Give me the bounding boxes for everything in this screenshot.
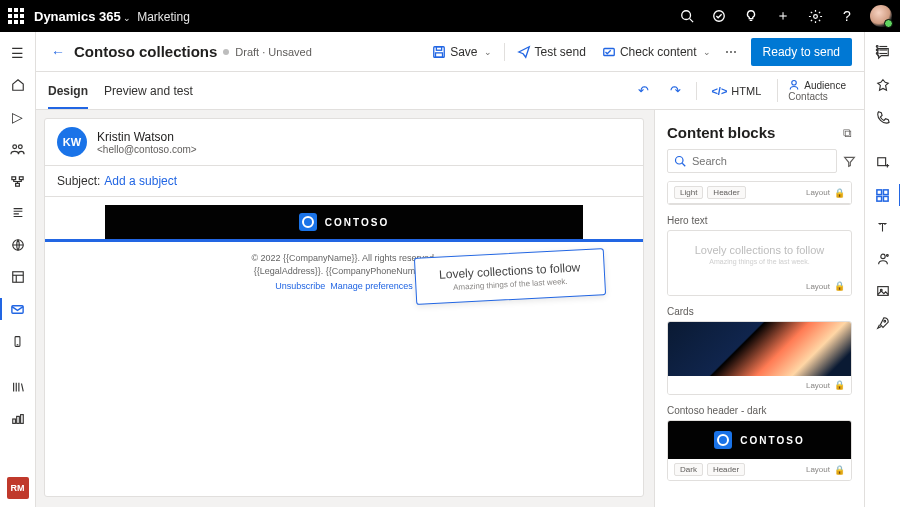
- svg-rect-21: [12, 419, 15, 423]
- rocket-icon[interactable]: [865, 308, 901, 338]
- sender-avatar: KW: [57, 127, 87, 157]
- sender-name: Kristin Watson: [97, 130, 197, 144]
- journey-icon[interactable]: [0, 166, 36, 196]
- svg-point-5: [13, 144, 17, 148]
- svg-rect-35: [883, 189, 888, 194]
- add-element-icon[interactable]: [865, 148, 901, 178]
- svg-line-20: [21, 384, 23, 392]
- audience-button[interactable]: Audience Contacts: [777, 79, 852, 102]
- main-area: ← Contoso collections Draft · Unsaved Sa…: [36, 32, 864, 507]
- svg-point-6: [18, 144, 22, 148]
- phone-icon[interactable]: [865, 102, 901, 132]
- user-avatar[interactable]: [870, 5, 892, 27]
- globe-icon[interactable]: [0, 230, 36, 260]
- check-content-button[interactable]: Check content⌄: [596, 38, 717, 66]
- sender-email: <hello@contoso.com>: [97, 144, 197, 155]
- svg-point-38: [880, 254, 884, 258]
- back-button[interactable]: ←: [48, 42, 68, 62]
- email-body[interactable]: CONTOSO © 2022 {{CompanyName}}. All righ…: [45, 197, 643, 496]
- svg-rect-25: [437, 46, 442, 50]
- tab-preview[interactable]: Preview and test: [104, 72, 193, 109]
- app-launcher-icon[interactable]: [8, 8, 24, 24]
- block-card[interactable]: Light Header Layout 🔒: [667, 181, 852, 205]
- library-icon[interactable]: [0, 372, 36, 402]
- block-card[interactable]: Layout 🔒: [667, 321, 852, 395]
- search-input[interactable]: [692, 155, 830, 167]
- insights-icon[interactable]: [0, 404, 36, 434]
- dragged-block[interactable]: Lovely collections to follow Amazing thi…: [414, 248, 606, 305]
- left-nav-rail: ☰ ▷ RM: [0, 32, 36, 507]
- assist-icon[interactable]: [710, 7, 728, 25]
- block-card[interactable]: Lovely collections to follow Amazing thi…: [667, 230, 852, 296]
- lock-icon: 🔒: [834, 465, 845, 475]
- add-icon[interactable]: ＋: [774, 7, 792, 25]
- block-list: Light Header Layout 🔒 Hero text Lovely c…: [655, 181, 864, 507]
- redo-button[interactable]: ↷: [662, 78, 688, 104]
- status-dot-icon: [223, 49, 229, 55]
- lock-icon: 🔒: [834, 380, 845, 390]
- personalize-icon[interactable]: [865, 244, 901, 274]
- play-icon[interactable]: ▷: [0, 102, 36, 132]
- help-icon[interactable]: ?: [838, 7, 856, 25]
- block-card[interactable]: CONTOSO Dark Header Layout 🔒: [667, 420, 852, 481]
- email-header-dark[interactable]: CONTOSO: [105, 205, 583, 239]
- svg-point-0: [682, 11, 691, 20]
- page-title: Contoso collections: [74, 43, 217, 60]
- email-icon[interactable]: [0, 294, 36, 324]
- more-button[interactable]: ⋯: [721, 38, 741, 66]
- panel-expand-icon[interactable]: ⧉: [843, 126, 852, 140]
- filter-icon[interactable]: [843, 155, 856, 168]
- user-badge[interactable]: RM: [7, 477, 29, 499]
- lock-icon: 🔒: [834, 281, 845, 291]
- hamburger-icon[interactable]: ☰: [0, 38, 36, 68]
- brand-label[interactable]: Dynamics 365⌄ Marketing: [34, 7, 190, 25]
- sender-row[interactable]: KW Kristin Watson <hello@contoso.com>: [45, 119, 643, 166]
- svg-point-4: [813, 14, 817, 18]
- copilot-icon[interactable]: [865, 70, 901, 100]
- svg-line-1: [690, 19, 694, 23]
- search-icon[interactable]: [678, 7, 696, 25]
- save-button[interactable]: Save⌄: [426, 38, 497, 66]
- svg-rect-36: [877, 196, 882, 201]
- unsubscribe-link[interactable]: Unsubscribe: [275, 281, 325, 291]
- tab-design[interactable]: Design: [48, 72, 88, 109]
- task-list-icon[interactable]: [870, 38, 894, 62]
- home-icon[interactable]: [0, 70, 36, 100]
- content-blocks-panel: Content blocks ⧉ Light Header: [654, 110, 864, 507]
- layout-icon[interactable]: [0, 262, 36, 292]
- test-send-button[interactable]: Test send: [511, 38, 592, 66]
- add-subject-link[interactable]: Add a subject: [104, 174, 177, 188]
- device-icon[interactable]: [0, 326, 36, 356]
- tab-bar: Design Preview and test ↶ ↷ </>HTML Audi…: [36, 72, 864, 110]
- blocks-icon[interactable]: [865, 180, 901, 210]
- email-canvas[interactable]: KW Kristin Watson <hello@contoso.com> Su…: [44, 118, 644, 497]
- svg-rect-34: [877, 189, 882, 194]
- svg-point-28: [792, 81, 797, 86]
- search-box[interactable]: [667, 149, 837, 173]
- image-icon[interactable]: [865, 276, 901, 306]
- svg-line-30: [682, 163, 685, 166]
- svg-rect-7: [12, 176, 16, 179]
- lock-icon: 🔒: [834, 188, 845, 198]
- svg-point-29: [676, 157, 684, 165]
- people-icon[interactable]: [0, 134, 36, 164]
- manage-preferences-link[interactable]: Manage preferences: [330, 281, 413, 291]
- undo-button[interactable]: ↶: [630, 78, 656, 104]
- svg-point-39: [886, 255, 888, 257]
- contoso-logo-icon: [299, 213, 317, 231]
- subject-row[interactable]: Subject: Add a subject: [45, 166, 643, 197]
- settings-icon[interactable]: [806, 7, 824, 25]
- page-status: Draft · Unsaved: [235, 46, 311, 58]
- svg-rect-31: [877, 158, 885, 166]
- form-icon[interactable]: [0, 198, 36, 228]
- html-toggle[interactable]: </>HTML: [705, 85, 767, 97]
- svg-point-47: [876, 49, 878, 51]
- text-icon[interactable]: [865, 212, 901, 242]
- ready-to-send-button[interactable]: Ready to send: [751, 38, 852, 66]
- right-nav-rail: [864, 32, 900, 507]
- accent-bar: [45, 239, 643, 242]
- svg-rect-37: [883, 196, 888, 201]
- lightbulb-icon[interactable]: [742, 7, 760, 25]
- svg-rect-9: [16, 183, 20, 186]
- svg-rect-8: [19, 176, 23, 179]
